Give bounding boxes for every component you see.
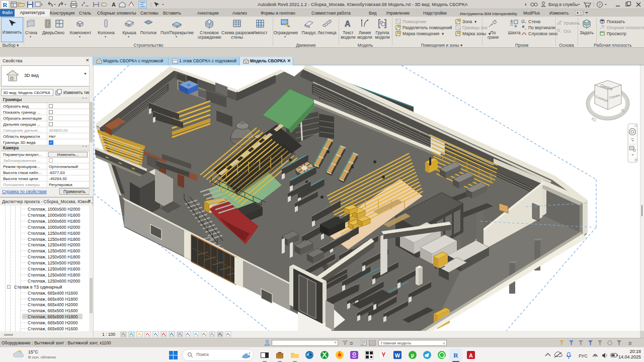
svg-text:W: W [395,352,400,358]
svg-text:R: R [3,1,8,9]
svg-text:РУС: РУС [579,353,588,358]
svg-text::0: :0 [628,341,631,346]
svg-text:A: A [469,352,473,358]
svg-text:A: A [112,2,116,8]
svg-text:Вход в службы: Вход в службы [548,2,578,7]
svg-text:µ: µ [411,352,414,358]
svg-text:?: ? [599,3,601,7]
svg-text::0: :0 [349,341,353,346]
svg-text:R: R [453,351,458,359]
svg-text:A: A [345,20,351,28]
